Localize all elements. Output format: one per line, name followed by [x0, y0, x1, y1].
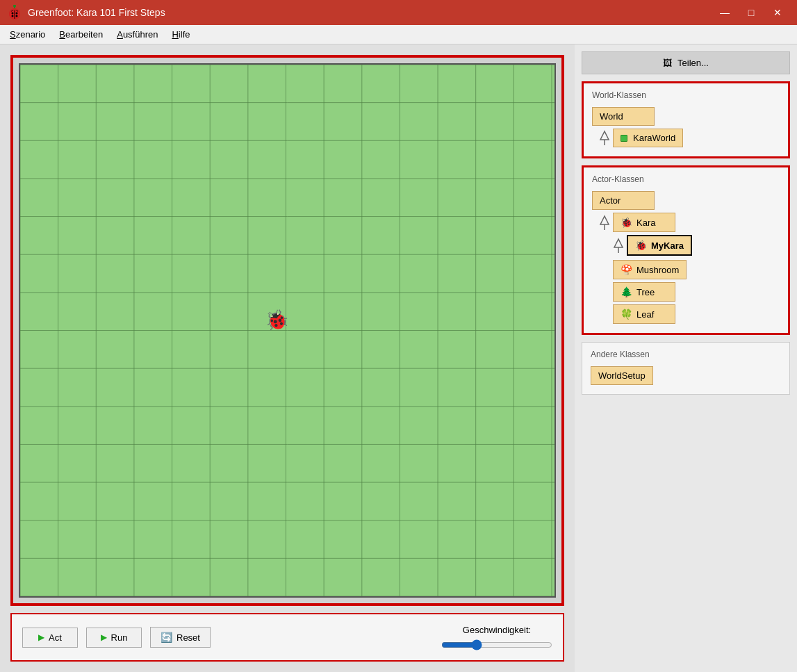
actor-class-node[interactable]: Actor: [592, 191, 655, 210]
mykara-label: MyKara: [651, 240, 684, 251]
karaworld-class-node[interactable]: KaraWorld: [613, 129, 683, 147]
worldsetup-label: WorldSetup: [598, 370, 646, 381]
leaf-row: 🍀 Leaf: [599, 304, 780, 324]
world-inherit-arrow: [599, 130, 610, 145]
svg-marker-16: [614, 239, 623, 247]
leaf-class-node[interactable]: 🍀 Leaf: [613, 304, 675, 324]
menu-bearbeiten[interactable]: Bearbeiten: [52, 27, 110, 42]
reset-icon: 🔄: [161, 632, 172, 643]
minimize-button[interactable]: —: [712, 2, 737, 23]
svg-point-10: [12, 15, 14, 17]
mykara-inherit-arrow: [613, 238, 624, 253]
right-panel: 🖼 Teilen... World-Klassen World: [575, 44, 797, 672]
menu-szenario[interactable]: Szenario: [3, 27, 52, 42]
speed-section: Geschwindigkeit:: [441, 625, 552, 650]
worldsetup-row: WorldSetup: [591, 366, 781, 385]
controls-bar: ▶ Act ▶ Run 🔄 Reset Geschwindigkeit:: [10, 613, 564, 662]
tree-label: Tree: [636, 287, 655, 297]
karaworld-row: KaraWorld: [599, 129, 780, 147]
svg-point-9: [16, 13, 18, 15]
menubar: Szenario Bearbeiten Ausführen Hilfe: [0, 25, 797, 44]
act-play-icon: ▶: [38, 632, 44, 642]
menu-ausfuhren[interactable]: Ausführen: [110, 27, 165, 42]
menu-hilfe[interactable]: Hilfe: [165, 27, 197, 42]
tree-icon: 🌲: [621, 286, 632, 297]
kara-inherit-arrow: [599, 215, 610, 230]
run-label: Run: [111, 632, 128, 643]
karaworld-label: KaraWorld: [633, 133, 675, 143]
ladybug-sprite: 🐞: [265, 309, 289, 331]
kara-icon: 🐞: [621, 217, 632, 228]
speed-label: Geschwindigkeit:: [463, 625, 531, 635]
actor-label: Actor: [600, 195, 621, 206]
titlebar: Greenfoot: Kara 101 First Steps — □ ✕: [0, 0, 797, 25]
karaworld-dot: [621, 135, 627, 142]
run-button[interactable]: ▶ Run: [86, 628, 142, 648]
actor-klassen-title: Actor-Klassen: [592, 174, 780, 184]
share-button[interactable]: 🖼 Teilen...: [582, 51, 790, 74]
andere-klassen-title: Andere Klassen: [591, 350, 781, 359]
mushroom-icon: 🍄: [621, 264, 632, 275]
leaf-label: Leaf: [636, 309, 654, 320]
svg-point-5: [13, 5, 16, 8]
world-container: 🐞: [10, 55, 564, 606]
app-icon: [7, 5, 22, 20]
run-play-icon: ▶: [101, 632, 107, 642]
reset-button[interactable]: 🔄 Reset: [150, 627, 211, 648]
worldsetup-class-node[interactable]: WorldSetup: [591, 366, 653, 385]
window-title: Greenfoot: Kara 101 First Steps: [28, 7, 712, 18]
mushroom-class-node[interactable]: 🍄 Mushroom: [613, 260, 687, 279]
svg-point-8: [12, 13, 14, 15]
kara-label: Kara: [636, 218, 655, 228]
world-label: World: [600, 111, 623, 122]
andere-klassen-section: Andere Klassen WorldSetup: [582, 342, 790, 395]
reset-label: Reset: [176, 632, 200, 643]
main-layout: 🐞 ▶ Act ▶ Run 🔄 Reset Geschwindigkeit:: [0, 44, 797, 672]
svg-marker-12: [600, 131, 609, 140]
actor-klassen-panel: Actor-Klassen Actor 🐞 Kara: [582, 165, 790, 335]
mykara-icon: 🐞: [635, 240, 647, 251]
speed-slider[interactable]: [441, 639, 552, 650]
world-canvas[interactable]: 🐞: [19, 63, 556, 598]
window-controls: — □ ✕: [712, 2, 790, 23]
world-class-node[interactable]: World: [592, 107, 655, 126]
kara-row: 🐞 Kara: [599, 213, 780, 232]
svg-marker-14: [600, 216, 609, 224]
world-klassen-title: World-Klassen: [592, 90, 780, 100]
act-button[interactable]: ▶ Act: [22, 628, 78, 648]
mushroom-label: Mushroom: [636, 265, 679, 275]
tree-class-node[interactable]: 🌲 Tree: [613, 282, 675, 302]
mykara-class-node[interactable]: 🐞 MyKara: [627, 235, 692, 256]
mushroom-row: 🍄 Mushroom: [599, 260, 780, 279]
share-icon: 🖼: [663, 58, 672, 68]
tree-row: 🌲 Tree: [599, 282, 780, 302]
mykara-row: 🐞 MyKara: [613, 235, 780, 256]
act-label: Act: [49, 632, 62, 643]
world-row: World: [592, 107, 780, 126]
svg-point-11: [16, 15, 18, 17]
leaf-icon: 🍀: [621, 309, 632, 320]
left-panel: 🐞 ▶ Act ▶ Run 🔄 Reset Geschwindigkeit:: [0, 44, 575, 672]
world-klassen-panel: World-Klassen World KaraWorl: [582, 81, 790, 158]
actor-row: Actor: [592, 191, 780, 210]
close-button[interactable]: ✕: [765, 2, 790, 23]
kara-class-node[interactable]: 🐞 Kara: [613, 213, 675, 232]
share-label: Teilen...: [677, 58, 709, 68]
maximize-button[interactable]: □: [739, 2, 764, 23]
